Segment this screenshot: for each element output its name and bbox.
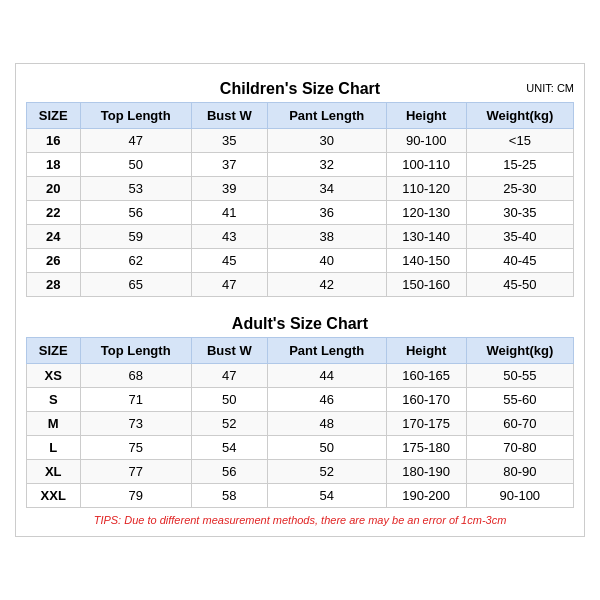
- adult-col-height: Height: [386, 338, 466, 364]
- adult-table: SIZE Top Length Bust W Pant Length Heigh…: [26, 337, 574, 508]
- table-cell: 120-130: [386, 201, 466, 225]
- table-cell: 16: [27, 129, 81, 153]
- table-cell: 28: [27, 273, 81, 297]
- table-cell: XS: [27, 364, 81, 388]
- table-row: S715046160-17055-60: [27, 388, 574, 412]
- table-cell: 62: [80, 249, 191, 273]
- col-top-length: Top Length: [80, 103, 191, 129]
- table-cell: 65: [80, 273, 191, 297]
- table-cell: 32: [267, 153, 386, 177]
- table-row: 18503732100-11015-25: [27, 153, 574, 177]
- table-row: M735248170-17560-70: [27, 412, 574, 436]
- table-cell: 180-190: [386, 460, 466, 484]
- table-cell: 40-45: [466, 249, 573, 273]
- table-cell: 47: [191, 273, 267, 297]
- table-row: 24594338130-14035-40: [27, 225, 574, 249]
- table-cell: 50: [80, 153, 191, 177]
- table-cell: 68: [80, 364, 191, 388]
- table-cell: 50: [191, 388, 267, 412]
- adult-col-weight: Weight(kg): [466, 338, 573, 364]
- table-cell: 140-150: [386, 249, 466, 273]
- table-cell: 130-140: [386, 225, 466, 249]
- table-cell: 52: [191, 412, 267, 436]
- table-cell: 37: [191, 153, 267, 177]
- table-cell: 26: [27, 249, 81, 273]
- table-cell: 50: [267, 436, 386, 460]
- table-cell: 35: [191, 129, 267, 153]
- table-row: 26624540140-15040-45: [27, 249, 574, 273]
- children-header-row: SIZE Top Length Bust W Pant Length Heigh…: [27, 103, 574, 129]
- adult-header-row: SIZE Top Length Bust W Pant Length Heigh…: [27, 338, 574, 364]
- table-cell: 59: [80, 225, 191, 249]
- table-cell: 54: [191, 436, 267, 460]
- table-row: XXL795854190-20090-100: [27, 484, 574, 508]
- table-cell: 30-35: [466, 201, 573, 225]
- table-row: 1647353090-100<15: [27, 129, 574, 153]
- table-row: XS684744160-16550-55: [27, 364, 574, 388]
- table-cell: XXL: [27, 484, 81, 508]
- table-cell: <15: [466, 129, 573, 153]
- table-cell: XL: [27, 460, 81, 484]
- table-row: XL775652180-19080-90: [27, 460, 574, 484]
- unit-label: UNIT: CM: [526, 82, 574, 94]
- adult-col-top-length: Top Length: [80, 338, 191, 364]
- table-row: L755450175-18070-80: [27, 436, 574, 460]
- table-cell: 58: [191, 484, 267, 508]
- children-title-text: Children's Size Chart: [220, 80, 380, 97]
- table-cell: 190-200: [386, 484, 466, 508]
- table-cell: 47: [80, 129, 191, 153]
- col-height: Height: [386, 103, 466, 129]
- col-bust-w: Bust W: [191, 103, 267, 129]
- table-cell: 54: [267, 484, 386, 508]
- table-cell: 160-170: [386, 388, 466, 412]
- table-cell: M: [27, 412, 81, 436]
- table-cell: 56: [191, 460, 267, 484]
- table-cell: 90-100: [466, 484, 573, 508]
- table-cell: 40: [267, 249, 386, 273]
- adult-title-text: Adult's Size Chart: [232, 315, 368, 332]
- adult-col-pant-length: Pant Length: [267, 338, 386, 364]
- col-size: SIZE: [27, 103, 81, 129]
- table-cell: 73: [80, 412, 191, 436]
- table-cell: 18: [27, 153, 81, 177]
- table-cell: 75: [80, 436, 191, 460]
- table-cell: 100-110: [386, 153, 466, 177]
- table-cell: S: [27, 388, 81, 412]
- table-cell: 47: [191, 364, 267, 388]
- table-cell: 175-180: [386, 436, 466, 460]
- table-cell: 44: [267, 364, 386, 388]
- table-row: 28654742150-16045-50: [27, 273, 574, 297]
- table-cell: 41: [191, 201, 267, 225]
- table-cell: 24: [27, 225, 81, 249]
- tips-text: TIPS: Due to different measurement metho…: [26, 514, 574, 526]
- chart-wrapper: Children's Size Chart UNIT: CM SIZE Top …: [15, 63, 585, 537]
- adult-col-bust-w: Bust W: [191, 338, 267, 364]
- children-table: SIZE Top Length Bust W Pant Length Heigh…: [26, 102, 574, 297]
- col-weight: Weight(kg): [466, 103, 573, 129]
- children-title: Children's Size Chart UNIT: CM: [26, 74, 574, 102]
- table-cell: 79: [80, 484, 191, 508]
- table-cell: L: [27, 436, 81, 460]
- table-cell: 20: [27, 177, 81, 201]
- table-cell: 55-60: [466, 388, 573, 412]
- table-cell: 36: [267, 201, 386, 225]
- table-cell: 60-70: [466, 412, 573, 436]
- adult-title: Adult's Size Chart: [26, 309, 574, 337]
- table-cell: 15-25: [466, 153, 573, 177]
- table-cell: 80-90: [466, 460, 573, 484]
- table-cell: 39: [191, 177, 267, 201]
- table-cell: 45: [191, 249, 267, 273]
- table-cell: 34: [267, 177, 386, 201]
- adult-col-size: SIZE: [27, 338, 81, 364]
- col-pant-length: Pant Length: [267, 103, 386, 129]
- table-cell: 160-165: [386, 364, 466, 388]
- table-cell: 46: [267, 388, 386, 412]
- table-cell: 52: [267, 460, 386, 484]
- table-cell: 50-55: [466, 364, 573, 388]
- table-cell: 71: [80, 388, 191, 412]
- table-cell: 110-120: [386, 177, 466, 201]
- table-cell: 38: [267, 225, 386, 249]
- table-row: 20533934110-12025-30: [27, 177, 574, 201]
- table-cell: 48: [267, 412, 386, 436]
- table-cell: 170-175: [386, 412, 466, 436]
